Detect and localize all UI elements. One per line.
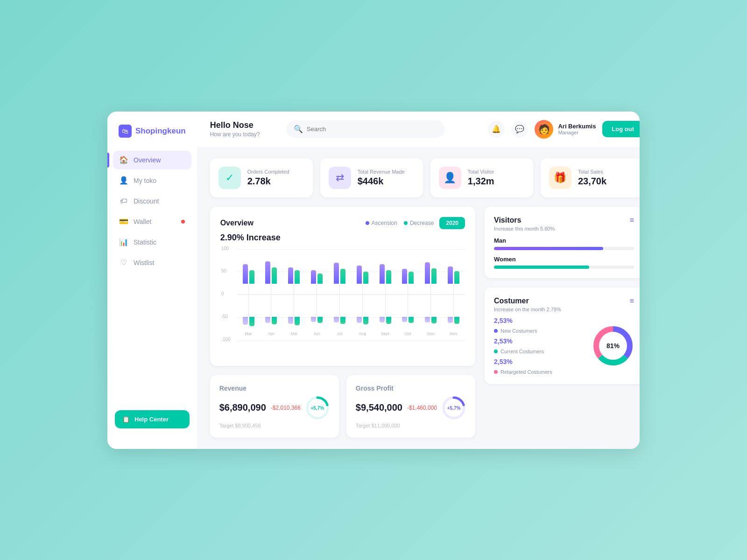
women-progress-fill <box>494 266 589 269</box>
revenue-card: Revenue $6,890,090 -$2,010,366 +5,7% <box>210 375 339 438</box>
gross-badge: +5,7% <box>447 405 461 410</box>
logout-button[interactable]: Log out <box>602 121 640 137</box>
sidebar-item-discount[interactable]: 🏷 Discount <box>113 192 191 210</box>
bar-group: Mar <box>243 254 254 336</box>
customer-item-new: 2,53% <box>494 317 585 324</box>
stat-card-orders: ✓ Orders Completed 2.78k <box>210 158 313 197</box>
header-greeting: Hello Nose How are you today? <box>210 120 260 138</box>
gross-target: Target $11,000,000 <box>356 423 466 428</box>
current-dot <box>494 350 498 353</box>
logo-text: Shopingkeun <box>135 126 186 136</box>
sidebar-item-wishlist[interactable]: ♡ Wistlist <box>113 253 191 272</box>
bar-group: Aug <box>357 254 368 336</box>
chart-icon: 📊 <box>120 238 128 246</box>
customer-item-new-detail: New Costumers <box>494 328 585 334</box>
user-info: Ari Berkumis Manager <box>558 123 596 135</box>
stat-info: Orders Completed 2.78k <box>247 169 289 187</box>
heart-icon: ♡ <box>120 259 128 267</box>
year-button[interactable]: 2020 <box>439 217 465 229</box>
women-progress-bar <box>494 266 634 269</box>
bottom-cards: Revenue $6,890,090 -$2,010,366 +5,7% <box>210 375 475 438</box>
sidebar-item-statistic[interactable]: 📊 Statistic <box>113 233 191 252</box>
main-content: ✓ Orders Completed 2.78k ⇄ Total Revenue… <box>197 147 640 449</box>
header-icons: 🔔 💬 🧑 Ari Berkumis Manager Log out <box>488 120 640 139</box>
header: Hello Nose How are you today? 🔍 🔔 💬 🧑 Ar… <box>197 112 640 147</box>
stat-info: Total Sales 23,70k <box>578 169 606 187</box>
revenue-target: Target $8,900,456 <box>219 423 330 428</box>
visitors-menu-icon[interactable]: ≡ <box>630 216 634 224</box>
customer-menu-icon[interactable]: ≡ <box>630 297 634 305</box>
gross-profit-card: Gross Profit $9,540,000 -$1,460,000 +5 <box>346 375 475 438</box>
stats-row: ✓ Orders Completed 2.78k ⇄ Total Revenue… <box>210 158 640 197</box>
chart-header: Overview Ascension Decrease <box>220 217 465 229</box>
customer-item-retargeted-detail: Retargeted Costumers <box>494 369 585 375</box>
stat-label: Total Sales <box>578 169 606 175</box>
visitors-subtitle: Increase this month 5.80% <box>494 226 555 231</box>
bar-group: Jun <box>311 254 323 336</box>
sidebar-item-label: My toko <box>134 177 156 184</box>
wallet-icon: 💳 <box>120 217 128 226</box>
sidebar-item-label: Statistic <box>134 238 156 246</box>
search-input[interactable] <box>307 126 437 133</box>
greeting-title: Hello Nose <box>210 120 260 130</box>
legend-decrease: Decrease <box>404 220 434 226</box>
bar-group: Apr <box>265 254 277 336</box>
bars-area: Mar <box>237 254 465 336</box>
sidebar-item-mytoko[interactable]: 👤 My toko <box>113 171 191 190</box>
women-label: Women <box>494 256 634 263</box>
visitors-title: Visitors <box>494 216 555 224</box>
chart-title: Overview <box>220 219 254 227</box>
stat-card-revenue: ⇄ Total Revenue Made $446k <box>320 158 423 197</box>
donut-chart: 81% <box>592 325 634 367</box>
wallet-notification-badge <box>181 220 185 224</box>
man-progress-bar <box>494 247 634 250</box>
avatar: 🧑 <box>535 120 553 139</box>
customer-subtitle: Increase on the month 2.79% <box>494 307 561 312</box>
message-button[interactable]: 💬 <box>511 121 528 138</box>
stat-label: Total Revenue Made <box>358 169 405 175</box>
gross-change: -$1,460,000 <box>407 405 437 411</box>
retargeted-pct: 2,53% <box>494 358 513 365</box>
left-column: Overview Ascension Decrease <box>210 207 475 438</box>
help-icon: 📋 <box>122 416 130 423</box>
customer-body: 2,53% New Costumers 2,53% <box>494 317 634 375</box>
bar-chart-area: 100 50 0 -50 -100 <box>220 249 465 352</box>
sidebar-nav: 🏠 Overview 👤 My toko 🏷 Discount 💳 Wallet… <box>107 151 197 403</box>
stat-value: $446k <box>358 176 405 187</box>
stat-info: Total Revenue Made $446k <box>358 169 405 187</box>
bar-group: Oct <box>402 254 414 336</box>
bar-group: Nov <box>425 254 437 336</box>
customer-item-current: 2,53% <box>494 337 585 345</box>
man-label: Man <box>494 237 634 244</box>
user-role: Manager <box>558 130 596 135</box>
user-area: 🧑 Ari Berkumis Manager <box>535 120 596 139</box>
right-column: Visitors Increase this month 5.80% ≡ Man… <box>485 207 640 438</box>
sidebar-item-wallet[interactable]: 💳 Wallet <box>113 212 191 231</box>
stat-info: Total Visitor 1,32m <box>468 169 494 187</box>
main-grid: Overview Ascension Decrease <box>210 207 640 438</box>
bar-group: Jul <box>334 254 345 336</box>
sidebar-item-label: Discount <box>134 197 159 205</box>
search-bar[interactable]: 🔍 <box>286 120 445 138</box>
help-center-button[interactable]: 📋 Help Center <box>115 410 190 428</box>
bar-group: Sept <box>380 254 391 336</box>
new-pct: 2,53% <box>494 317 513 324</box>
bar-group: Nov <box>448 254 459 336</box>
stat-value: 23,70k <box>578 176 606 187</box>
notification-button[interactable]: 🔔 <box>488 121 505 138</box>
retargeted-label: Retargeted Costumers <box>500 369 552 375</box>
overview-chart-card: Overview Ascension Decrease <box>210 207 475 366</box>
customer-legend: 2,53% New Costumers 2,53% <box>494 317 585 375</box>
new-dot <box>494 329 498 333</box>
main-area: Hello Nose How are you today? 🔍 🔔 💬 🧑 Ar… <box>197 112 640 449</box>
user-name: Ari Berkumis <box>558 123 596 130</box>
visitors-card: Visitors Increase this month 5.80% ≡ Man… <box>485 207 640 278</box>
sidebar-item-label: Overview <box>134 156 161 164</box>
sidebar: 🛍 Shopingkeun 🏠 Overview 👤 My toko 🏷 Dis… <box>107 112 197 449</box>
bar-group: Mai <box>288 254 300 336</box>
revenue-main: $6,890,090 -$2,010,366 +5,7% <box>219 396 330 420</box>
revenue-change: -$2,010,366 <box>271 405 301 411</box>
blue-dot <box>366 221 369 225</box>
current-label: Current Costumers <box>500 349 544 354</box>
sidebar-item-overview[interactable]: 🏠 Overview <box>113 151 191 169</box>
